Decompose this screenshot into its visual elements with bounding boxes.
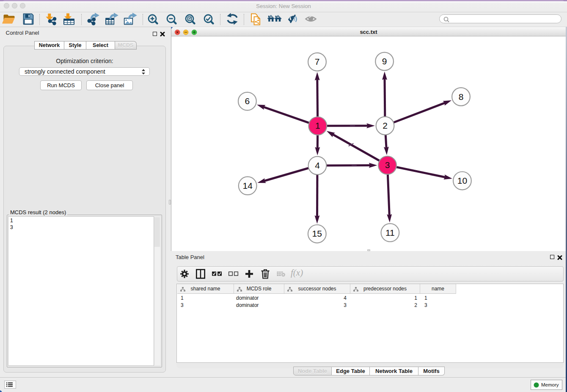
svg-text:3: 3 <box>385 160 390 170</box>
svg-text:1: 1 <box>315 121 320 130</box>
svg-text:15: 15 <box>312 229 322 238</box>
svg-text:2: 2 <box>383 121 388 130</box>
svg-text:7: 7 <box>315 57 320 66</box>
svg-text:9: 9 <box>382 56 387 66</box>
svg-text:8: 8 <box>459 92 464 102</box>
svg-text:10: 10 <box>457 176 467 185</box>
svg-text:11: 11 <box>385 228 395 237</box>
svg-text:6: 6 <box>245 96 250 106</box>
svg-text:4: 4 <box>315 160 320 170</box>
svg-text:14: 14 <box>243 181 253 190</box>
